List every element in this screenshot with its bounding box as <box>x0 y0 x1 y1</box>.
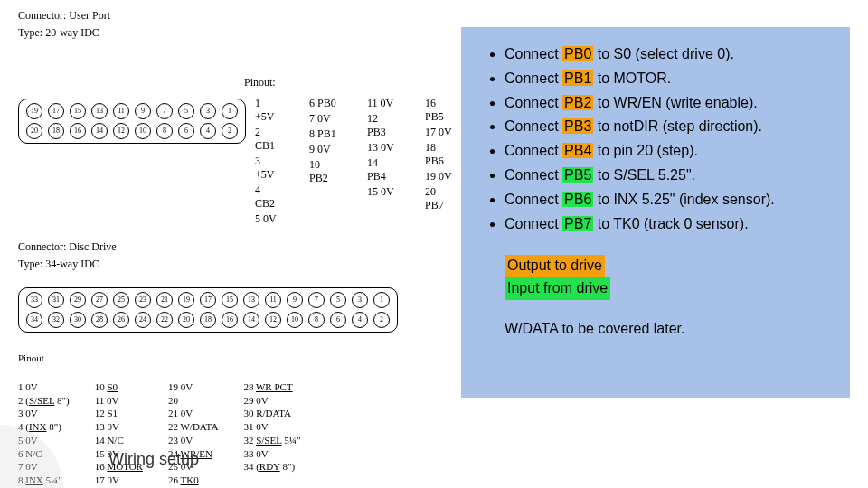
pin-23: 23 <box>135 292 151 308</box>
pin-entry: 8 PB1 <box>309 127 336 141</box>
pin-12: 12 <box>113 123 129 139</box>
pin-entry: 1 +5V <box>255 97 278 124</box>
pin-8: 8 <box>308 312 325 328</box>
pin-11: 11 <box>113 103 129 119</box>
disc-drive-title-1: Connector: Disc Drive <box>18 240 452 254</box>
pin-entry: 7 0V <box>309 112 336 126</box>
pin-entry: 22 W/DATA <box>168 421 218 434</box>
wiring-item: Connect PB6 to INX 5.25" (index sensor). <box>505 189 828 211</box>
wiring-item: Connect PB3 to notDIR (step direction). <box>505 116 828 138</box>
pin-entry: 15 0V <box>367 185 394 199</box>
pin-entry: 34 (RDY 8") <box>243 461 300 474</box>
pin-27: 27 <box>91 292 108 308</box>
pin-32: 32 <box>48 312 64 328</box>
pin-entry: 19 0V <box>425 170 452 183</box>
pin-17: 17 <box>48 103 64 119</box>
pin-1: 1 <box>222 103 238 119</box>
pin-entry: 6 PB0 <box>309 97 336 110</box>
pin-entry: 1 0V <box>18 381 70 394</box>
pin-8: 8 <box>156 123 173 139</box>
pin-29: 29 <box>70 292 86 308</box>
user-port-title-2: Type: 20-way IDC <box>18 26 452 40</box>
pin-9: 9 <box>287 292 303 308</box>
pin-entry: 32 S/SEL 5¼" <box>243 435 300 447</box>
pin-col: 6 PB07 0V8 PB19 0V10 PB2 <box>309 97 336 226</box>
pin-entry: 23 0V <box>168 435 218 447</box>
pin-entry: 13 0V <box>95 421 143 434</box>
pin-2: 2 <box>373 312 390 328</box>
user-port-bottom-row: 2018161412108642 <box>26 123 238 139</box>
signal-highlight: PB4 <box>562 143 593 158</box>
user-port-area: 191715131197531 2018161412108642 1 +5V2 … <box>18 95 452 226</box>
pin-entry: 12 S1 <box>95 408 143 420</box>
signal-highlight: PB0 <box>562 46 593 61</box>
user-port-connector: 191715131197531 2018161412108642 <box>18 99 246 144</box>
legend-output: Output to drive <box>505 255 605 277</box>
disc-drive-pin-table: 1 0V2 (S/SEL 8")3 0V4 (INX 8")5 0V6 N/C7… <box>18 381 452 488</box>
user-port-pin-table: 1 +5V2 CB13 +5V4 CB25 0V6 PB07 0V8 PB19 … <box>255 97 452 226</box>
pin-entry: 11 0V <box>367 97 394 110</box>
signal-highlight: PB1 <box>562 70 593 86</box>
pin-col: 1 +5V2 CB13 +5V4 CB25 0V <box>255 97 278 226</box>
legend-input: Input from drive <box>505 277 610 300</box>
pin-19: 19 <box>26 103 42 119</box>
pin-9: 9 <box>135 103 151 119</box>
pin-11: 11 <box>265 292 281 308</box>
pin-3: 3 <box>352 292 368 308</box>
note: W/DATA to be covered later. <box>505 318 828 341</box>
pin-col: 10 S011 0V12 S113 0V14 N/C15 0V16 MOTOR1… <box>95 381 143 488</box>
pin-entry: 3 0V <box>18 408 70 420</box>
pin-entry: 17 0V <box>425 126 452 139</box>
pin-entry: 31 0V <box>243 421 300 434</box>
legend: Output to drive Input from drive <box>505 255 828 300</box>
pin-entry: 29 0V <box>243 395 300 408</box>
signal-highlight: PB3 <box>562 118 593 134</box>
pin-13: 13 <box>243 292 259 308</box>
pin-33: 33 <box>26 292 42 308</box>
pin-6: 6 <box>178 123 194 139</box>
pin-entry: 17 0V <box>95 474 143 487</box>
pin-entry: 10 S0 <box>95 381 143 394</box>
pin-entry: 12 PB3 <box>367 112 394 139</box>
instructions-panel: Connect PB0 to S0 (select drive 0).Conne… <box>461 27 850 398</box>
caption: Wiring setup <box>108 450 199 469</box>
wiring-item: Connect PB4 to pin 20 (step). <box>505 140 828 163</box>
pin-7: 7 <box>156 103 173 119</box>
pin-entry: 11 0V <box>95 395 143 408</box>
pin-entry: 28 WR PCT <box>243 381 300 394</box>
disc-drive-pinout-label: Pinout <box>18 352 452 365</box>
pin-13: 13 <box>91 103 108 119</box>
pin-entry: 14 PB4 <box>367 156 394 183</box>
pin-14: 14 <box>243 312 259 328</box>
wiring-item: Connect PB7 to TK0 (track 0 sensor). <box>505 213 828 236</box>
pin-5: 5 <box>330 292 346 308</box>
pin-entry: 9 0V <box>309 143 336 156</box>
pin-20: 20 <box>26 123 42 139</box>
pin-entry: 18 PB6 <box>425 141 452 168</box>
pin-col: 28 WR PCT29 0V30 R/DATA31 0V32 S/SEL 5¼"… <box>243 381 300 488</box>
pin-12: 12 <box>265 312 281 328</box>
pin-16: 16 <box>70 123 86 139</box>
pin-31: 31 <box>48 292 64 308</box>
pin-34: 34 <box>26 312 42 328</box>
signal-highlight: PB2 <box>562 95 593 110</box>
pin-22: 22 <box>156 312 173 328</box>
pin-entry: 26 TK0 <box>168 474 218 487</box>
pin-3: 3 <box>200 103 216 119</box>
pin-entry: 20 PB7 <box>425 185 452 212</box>
pin-5: 5 <box>178 103 194 119</box>
pin-10: 10 <box>135 123 151 139</box>
disc-drive-connector: 33312927252321191715131197531 3432302826… <box>18 287 398 333</box>
wiring-list: Connect PB0 to S0 (select drive 0).Conne… <box>505 43 828 235</box>
pin-18: 18 <box>200 312 216 328</box>
pin-entry: 13 0V <box>367 141 394 155</box>
pin-30: 30 <box>70 312 86 328</box>
disc-drive-title-2: Type: 34-way IDC <box>18 258 452 271</box>
pin-7: 7 <box>308 292 325 308</box>
signal-highlight: PB6 <box>562 192 593 207</box>
pin-20: 20 <box>178 312 194 328</box>
disc-drive-header: Connector: Disc Drive Type: 34-way IDC <box>18 240 452 271</box>
pin-entry: 4 CB2 <box>255 183 278 211</box>
user-port-title-1: Connector: User Port <box>18 9 452 23</box>
pin-entry: 5 0V <box>255 212 278 226</box>
